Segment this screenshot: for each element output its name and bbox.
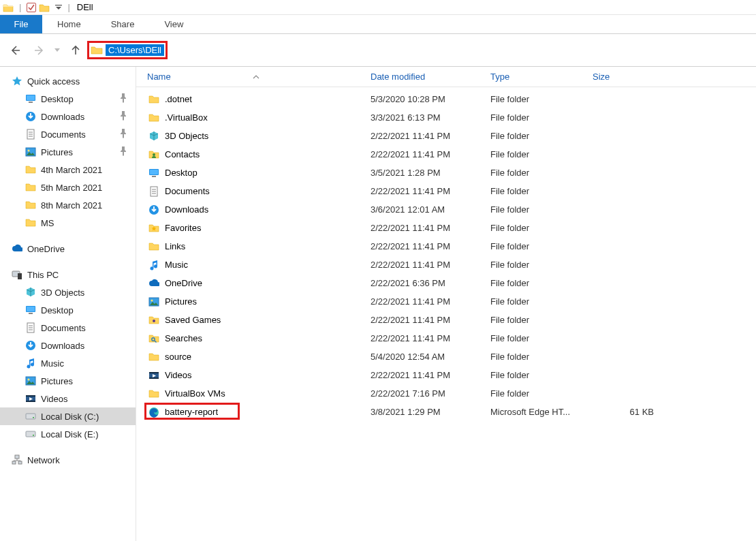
- file-type: File folder: [490, 352, 593, 362]
- doc-icon: [25, 322, 37, 333]
- doc-icon: [25, 129, 37, 140]
- file-row-2[interactable]: 3D Objects 2/22/2021 11:41 PM File folde…: [136, 127, 756, 145]
- tree-pc-item-4[interactable]: Music: [0, 354, 136, 372]
- file-row-13[interactable]: Searches 2/22/2021 11:41 PM File folder: [136, 329, 756, 347]
- pictures-icon: [25, 146, 37, 157]
- file-name: VirtualBox VMs: [165, 388, 371, 399]
- tree-pc-item-8[interactable]: Local Disk (E:): [0, 425, 136, 443]
- forward-button[interactable]: [27, 40, 50, 61]
- file-name: Documents: [165, 186, 371, 196]
- qat-folder-icon[interactable]: [39, 2, 50, 13]
- file-row-7[interactable]: Favorites 2/22/2021 11:41 PM File folder: [136, 219, 756, 237]
- file-date: 2/22/2021 11:41 PM: [371, 296, 490, 307]
- file-row-4[interactable]: Desktop 3/5/2021 1:28 PM File folder: [136, 164, 756, 182]
- tree-this-pc[interactable]: This PC: [0, 266, 136, 283]
- file-type: File folder: [490, 260, 593, 270]
- tab-view[interactable]: View: [149, 15, 198, 33]
- file-row-9[interactable]: Music 2/22/2021 11:41 PM File folder: [136, 256, 756, 274]
- qat-dropdown-icon[interactable]: [55, 2, 62, 12]
- file-type: File folder: [490, 296, 593, 307]
- separator-icon: |: [67, 2, 69, 12]
- tree-quick-item-1[interactable]: Downloads: [0, 108, 136, 125]
- tree-label: Pictures: [41, 147, 73, 157]
- file-row-14[interactable]: source 5/4/2020 12:54 AM File folder: [136, 347, 756, 366]
- tab-home[interactable]: Home: [42, 15, 96, 33]
- tree-onedrive[interactable]: OneDrive: [0, 240, 136, 258]
- cloud-icon: [147, 277, 161, 290]
- folder-icon: [147, 388, 161, 400]
- file-row-11[interactable]: Pictures 2/22/2021 11:41 PM File folder: [136, 292, 756, 311]
- file-row-3[interactable]: Contacts 2/22/2021 11:41 PM File folder: [136, 145, 756, 164]
- tree-quick-access[interactable]: Quick access: [0, 72, 136, 90]
- file-row-1[interactable]: .VirtualBox 3/3/2021 6:13 PM File folder: [136, 108, 756, 127]
- file-row-16[interactable]: VirtualBox VMs 2/22/2021 7:16 PM File fo…: [136, 384, 756, 403]
- file-name: Music: [165, 260, 371, 270]
- tree-label: Desktop: [41, 94, 74, 104]
- tree-label: Local Disk (C:): [41, 412, 99, 422]
- tree-label: 4th March 2021: [41, 165, 102, 175]
- file-name: Pictures: [165, 296, 371, 307]
- file-date: 2/22/2021 11:41 PM: [371, 186, 490, 196]
- tree-label: Downloads: [41, 112, 84, 122]
- tree-quick-item-3[interactable]: Pictures: [0, 143, 136, 161]
- tree-label: Videos: [41, 394, 68, 404]
- file-type: File folder: [490, 333, 593, 343]
- cloud-icon: [11, 243, 23, 254]
- file-date: 2/22/2021 11:41 PM: [371, 370, 490, 380]
- tree-pc-item-5[interactable]: Pictures: [0, 372, 136, 390]
- up-button[interactable]: [64, 40, 87, 61]
- column-name[interactable]: Name: [147, 72, 371, 82]
- column-date[interactable]: Date modified: [371, 72, 490, 82]
- tree-label: Local Disk (E:): [41, 429, 99, 439]
- address-path[interactable]: C:\Users\DEll: [106, 44, 164, 56]
- file-date: 2/22/2021 11:41 PM: [371, 315, 490, 325]
- file-row-17[interactable]: battery-report 3/8/2021 1:29 PM Microsof…: [136, 403, 756, 421]
- tree-pc-item-0[interactable]: 3D Objects: [0, 283, 136, 301]
- tree-pc-item-7[interactable]: Local Disk (C:): [0, 407, 136, 425]
- file-row-6[interactable]: Downloads 3/6/2021 12:01 AM File folder: [136, 200, 756, 219]
- navigation-row: C:\Users\DEll: [0, 34, 756, 67]
- qat-properties-icon[interactable]: [27, 3, 36, 12]
- tree-label: Documents: [41, 323, 86, 333]
- file-name: Contacts: [165, 149, 371, 159]
- tree-quick-item-2[interactable]: Documents: [0, 125, 136, 143]
- tree-quick-item-0[interactable]: Desktop: [0, 90, 136, 108]
- tab-file[interactable]: File: [0, 15, 42, 33]
- cube-icon: [147, 130, 161, 142]
- tree-pc-item-6[interactable]: Videos: [0, 390, 136, 407]
- file-row-15[interactable]: Videos 2/22/2021 11:41 PM File folder: [136, 366, 756, 384]
- tree-network[interactable]: Network: [0, 451, 136, 469]
- file-type: File folder: [490, 168, 593, 178]
- file-row-12[interactable]: Saved Games 2/22/2021 11:41 PM File fold…: [136, 311, 756, 329]
- file-name: Favorites: [165, 223, 371, 233]
- file-date: 3/8/2021 1:29 PM: [371, 407, 490, 417]
- file-name: Videos: [165, 370, 371, 380]
- desktop-icon: [25, 305, 37, 315]
- column-type[interactable]: Type: [490, 72, 593, 82]
- doc-icon: [147, 185, 161, 198]
- file-row-10[interactable]: OneDrive 2/22/2021 6:36 PM File folder: [136, 274, 756, 292]
- file-row-5[interactable]: Documents 2/22/2021 11:41 PM File folder: [136, 182, 756, 200]
- file-name: Links: [165, 241, 371, 251]
- file-type: File folder: [490, 94, 593, 104]
- tree-label: OneDrive: [27, 244, 65, 254]
- file-date: 3/5/2021 1:28 PM: [371, 168, 490, 178]
- tree-quick-item-7[interactable]: MS: [0, 214, 136, 232]
- tree-quick-item-5[interactable]: 5th March 2021: [0, 179, 136, 196]
- folder-icon: [147, 351, 161, 363]
- file-row-8[interactable]: Links 2/22/2021 11:41 PM File folder: [136, 237, 756, 256]
- tree-quick-item-4[interactable]: 4th March 2021: [0, 161, 136, 179]
- file-row-0[interactable]: .dotnet 5/3/2020 10:28 PM File folder: [136, 90, 756, 108]
- tree-pc-item-3[interactable]: Downloads: [0, 337, 136, 354]
- tree-pc-item-1[interactable]: Desktop: [0, 301, 136, 319]
- tree-pc-item-2[interactable]: Documents: [0, 319, 136, 337]
- download-icon: [25, 111, 37, 122]
- navigation-pane[interactable]: Quick access Desktop Downloads Documents…: [0, 67, 136, 541]
- tab-share[interactable]: Share: [96, 15, 150, 33]
- edge-icon: [147, 406, 161, 418]
- back-button[interactable]: [4, 40, 27, 61]
- tree-quick-item-6[interactable]: 8th March 2021: [0, 196, 136, 214]
- folder-icon: [25, 164, 37, 175]
- recent-locations-button[interactable]: [50, 40, 64, 61]
- column-size[interactable]: Size: [593, 72, 658, 82]
